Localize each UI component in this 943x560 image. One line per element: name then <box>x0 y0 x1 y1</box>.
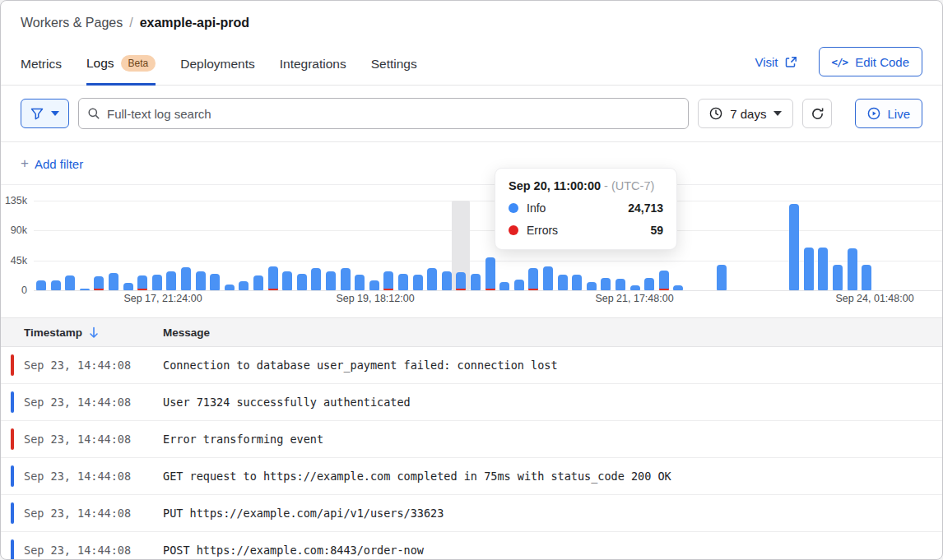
chart-bar[interactable] <box>558 275 568 290</box>
live-label: Live <box>887 107 910 121</box>
tab-integrations[interactable]: Integrations <box>280 52 346 86</box>
y-axis-tick-label: 135k <box>1 195 27 206</box>
tab-settings[interactable]: Settings <box>371 52 417 86</box>
chart-bar[interactable] <box>109 273 118 290</box>
chart-bar[interactable] <box>514 280 524 290</box>
errors-series-dot <box>509 225 518 235</box>
log-row[interactable]: Sep 23, 14:44:08User 71324 successfully … <box>1 384 942 421</box>
chart-bar[interactable] <box>485 257 495 290</box>
log-message: GET request to https://example.com compl… <box>163 470 671 483</box>
time-range-value: 7 days <box>730 107 766 121</box>
chart-bar[interactable] <box>253 275 263 290</box>
chart-bar[interactable] <box>65 275 75 290</box>
breadcrumb-section[interactable]: Workers & Pages <box>21 16 123 30</box>
chart-bar[interactable] <box>152 275 162 290</box>
filter-dropdown-button[interactable] <box>21 99 69 128</box>
chart-bar[interactable] <box>282 271 292 290</box>
x-axis-tick-label: Sep 17, 21:24:00 <box>123 293 202 304</box>
page-header: Workers & Pages / example-api-prod Metri… <box>1 1 942 86</box>
log-row[interactable]: Sep 23, 14:44:08Error transforming event <box>1 421 942 458</box>
chart-bar[interactable] <box>644 278 654 290</box>
add-filter-button[interactable]: + Add filter <box>1 142 942 185</box>
visit-link[interactable]: Visit <box>755 55 797 69</box>
chart-bar[interactable] <box>616 279 625 290</box>
info-severity-indicator <box>11 539 14 560</box>
chart-bar[interactable] <box>311 268 321 290</box>
y-axis-tick-label: 90k <box>1 224 27 236</box>
chart-gridline <box>34 290 942 291</box>
bar-info-segment <box>485 257 495 289</box>
chart-bar[interactable] <box>341 268 351 290</box>
chart-bar[interactable] <box>326 271 336 290</box>
edit-code-button[interactable]: </> Edit Code <box>819 47 922 76</box>
chart-bar[interactable] <box>789 204 799 290</box>
chart-bar[interactable] <box>630 285 640 290</box>
chart-bar[interactable] <box>268 266 278 290</box>
time-range-dropdown[interactable]: 7 days <box>698 99 793 128</box>
chart-bar[interactable] <box>587 282 597 290</box>
chart-bar[interactable] <box>94 276 104 290</box>
chart-bar[interactable] <box>210 274 220 290</box>
chart-bar[interactable] <box>543 266 553 290</box>
chart-bar[interactable] <box>427 268 437 290</box>
tab-logs[interactable]: Logs Beta <box>86 50 156 86</box>
workers-logs-page: Workers & Pages / example-api-prod Metri… <box>0 0 943 560</box>
log-table-header: Timestamp Message <box>1 317 942 347</box>
chart-bar[interactable] <box>239 281 249 290</box>
chart-bar[interactable] <box>456 272 466 290</box>
tab-deployments[interactable]: Deployments <box>180 52 254 86</box>
log-row[interactable]: Sep 23, 14:44:08PUT https://example.com/… <box>1 495 942 532</box>
bar-info-segment <box>673 285 683 290</box>
chart-bar[interactable] <box>442 271 452 290</box>
chart-bar[interactable] <box>413 275 423 290</box>
chart-bar[interactable] <box>862 265 871 290</box>
tooltip-title: Sep 20, 11:00:00 - (UTC-7) <box>509 179 663 192</box>
chart-bar[interactable] <box>398 274 408 290</box>
log-row[interactable]: Sep 23, 14:44:08GET request to https://e… <box>1 458 942 495</box>
chart-bar[interactable] <box>673 285 683 290</box>
chart-bar[interactable] <box>572 275 582 290</box>
column-header-message[interactable]: Message <box>163 326 210 339</box>
chart-bar[interactable] <box>818 248 828 290</box>
chart-bar[interactable] <box>601 278 611 290</box>
log-row[interactable]: Sep 23, 14:44:08Connection to database u… <box>1 347 942 384</box>
bar-info-segment <box>355 275 365 290</box>
chart-bar[interactable] <box>80 289 90 290</box>
chart-bar[interactable] <box>36 280 46 290</box>
chart-bar[interactable] <box>355 275 365 290</box>
chart-bar[interactable] <box>225 285 235 290</box>
chart-bar[interactable] <box>166 271 176 290</box>
breadcrumb-current: example-api-prod <box>140 16 249 30</box>
chart-bar[interactable] <box>369 280 379 290</box>
chart-bar[interactable] <box>297 274 307 290</box>
chart-bar[interactable] <box>499 282 509 290</box>
chart-bar[interactable] <box>528 268 538 290</box>
chart-bar[interactable] <box>181 267 191 290</box>
bar-info-segment <box>427 268 437 290</box>
chart-bar[interactable] <box>848 248 857 290</box>
tab-metrics[interactable]: Metrics <box>21 52 62 86</box>
log-row[interactable]: Sep 23, 14:44:08POST https://example.com… <box>1 532 942 560</box>
tooltip-series-label: Errors <box>527 224 558 237</box>
refresh-button[interactable] <box>802 99 832 128</box>
bar-info-segment <box>833 265 843 290</box>
tabs-bar: Metrics Logs Beta Deployments Integratio… <box>1 47 942 86</box>
search-input[interactable] <box>78 98 689 129</box>
bar-info-segment <box>413 275 423 290</box>
chart-bar[interactable] <box>833 265 843 290</box>
chart-bar[interactable] <box>804 248 814 290</box>
chart-bar[interactable] <box>383 271 393 290</box>
edit-code-label: Edit Code <box>855 55 909 69</box>
chart-bar[interactable] <box>717 265 727 290</box>
chart-bar[interactable] <box>137 275 147 290</box>
chart-bar[interactable] <box>123 283 133 290</box>
chart-bar[interactable] <box>471 274 481 290</box>
bar-info-segment <box>383 271 393 289</box>
log-message: POST https://example.com:8443/order-now <box>163 544 424 557</box>
live-button[interactable]: Live <box>855 99 922 128</box>
column-header-timestamp[interactable]: Timestamp <box>1 326 163 339</box>
chart-bar[interactable] <box>196 271 206 290</box>
chart-bar[interactable] <box>659 271 669 290</box>
bar-info-segment <box>528 268 538 289</box>
chart-bar[interactable] <box>51 280 61 290</box>
